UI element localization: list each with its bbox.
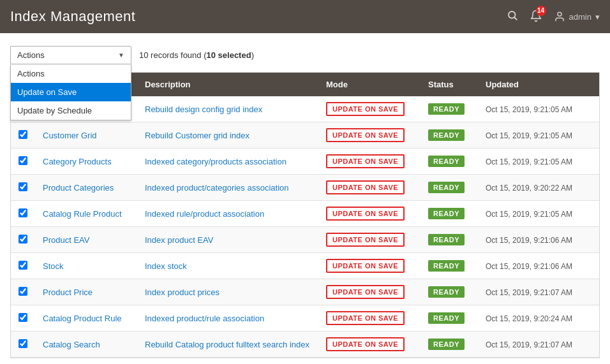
- header-right: 14 admin ▾: [507, 10, 600, 24]
- updated-time-7: Oct 15, 2019, 9:21:07 AM: [486, 288, 572, 297]
- row-check-cell: [11, 279, 35, 305]
- toolbar: Actions ▼ Actions Update on Save Update …: [10, 46, 600, 64]
- col-header-status: Status: [420, 73, 478, 96]
- indexer-link-8[interactable]: Catalog Product Rule: [43, 314, 122, 323]
- table-row: Product EAV Index product EAV UPDATE ON …: [11, 227, 599, 253]
- row-description-7: Index product prices: [137, 279, 318, 305]
- status-badge-0: READY: [428, 103, 465, 115]
- table-row: Catalog Product Rule Indexed product/rul…: [11, 305, 599, 331]
- row-checkbox-1[interactable]: [19, 130, 27, 139]
- row-indexer-5: Product EAV: [35, 227, 137, 253]
- row-indexer-4: Catalog Rule Product: [35, 201, 137, 227]
- row-mode-3: UPDATE ON SAVE: [318, 175, 420, 201]
- row-status-6: READY: [420, 253, 478, 279]
- admin-user-menu[interactable]: admin ▾: [554, 11, 600, 22]
- mode-badge-4: UPDATE ON SAVE: [326, 207, 405, 221]
- row-mode-8: UPDATE ON SAVE: [318, 305, 420, 331]
- table-row: Catalog Rule Product Indexed rule/produc…: [11, 201, 599, 227]
- search-icon[interactable]: [507, 10, 518, 24]
- indexer-link-3[interactable]: Product Categories: [43, 183, 114, 193]
- row-description-6: Index stock: [137, 253, 318, 279]
- dropdown-item-update-on-save[interactable]: Update on Save: [11, 83, 131, 101]
- actions-dropdown-menu: Actions Update on Save Update by Schedul…: [10, 64, 131, 120]
- mode-badge-8: UPDATE ON SAVE: [326, 311, 405, 325]
- actions-button-label: Actions: [17, 50, 45, 60]
- updated-time-1: Oct 15, 2019, 9:21:05 AM: [486, 131, 572, 140]
- row-check-cell: [11, 149, 35, 175]
- row-mode-1: UPDATE ON SAVE: [318, 122, 420, 149]
- mode-badge-0: UPDATE ON SAVE: [326, 102, 405, 116]
- records-info: 10 records found (10 selected): [139, 50, 254, 60]
- indexer-link-4[interactable]: Catalog Rule Product: [43, 209, 122, 219]
- row-checkbox-2[interactable]: [19, 156, 27, 165]
- updated-time-6: Oct 15, 2019, 9:21:06 AM: [486, 262, 572, 271]
- updated-time-4: Oct 15, 2019, 9:21:05 AM: [486, 210, 572, 219]
- row-checkbox-8[interactable]: [19, 313, 27, 322]
- table-row: Product Price Index product prices UPDAT…: [11, 279, 599, 305]
- mode-badge-6: UPDATE ON SAVE: [326, 259, 405, 273]
- row-description-0: Rebuild design config grid index: [137, 96, 318, 122]
- row-checkbox-9[interactable]: [19, 339, 27, 348]
- row-check-cell: [11, 305, 35, 331]
- description-text-3: Indexed product/categories association: [145, 183, 288, 193]
- row-checkbox-7[interactable]: [19, 287, 27, 296]
- table-row: Stock Index stock UPDATE ON SAVE READY O…: [11, 253, 599, 279]
- row-check-cell: [11, 201, 35, 227]
- notification-bell[interactable]: 14: [530, 10, 542, 24]
- row-status-9: READY: [420, 331, 478, 358]
- indexer-link-6[interactable]: Stock: [43, 261, 64, 271]
- description-text-7: Index product prices: [145, 288, 219, 297]
- actions-dropdown-button[interactable]: Actions ▼: [10, 46, 131, 64]
- row-checkbox-3[interactable]: [19, 182, 27, 191]
- row-description-5: Index product EAV: [137, 227, 318, 253]
- updated-time-2: Oct 15, 2019, 9:21:05 AM: [486, 157, 572, 166]
- row-status-0: READY: [420, 96, 478, 122]
- status-badge-9: READY: [428, 339, 465, 350]
- row-mode-9: UPDATE ON SAVE: [318, 331, 420, 358]
- description-text-0: Rebuild design config grid index: [145, 105, 262, 114]
- indexer-link-1[interactable]: Customer Grid: [43, 131, 97, 140]
- row-checkbox-4[interactable]: [19, 208, 27, 217]
- row-checkbox-5[interactable]: [19, 235, 27, 244]
- description-text-5: Index product EAV: [145, 235, 213, 245]
- row-indexer-2: Category Products: [35, 149, 137, 175]
- indexer-link-7[interactable]: Product Price: [43, 288, 93, 297]
- row-mode-7: UPDATE ON SAVE: [318, 279, 420, 305]
- mode-badge-1: UPDATE ON SAVE: [326, 128, 405, 142]
- col-header-description: Description: [137, 73, 318, 96]
- row-updated-7: Oct 15, 2019, 9:21:07 AM: [478, 279, 599, 305]
- records-selected-count: 10 selected: [207, 50, 251, 60]
- description-text-1: Rebuild Customer grid index: [145, 131, 249, 140]
- status-badge-1: READY: [428, 129, 465, 141]
- status-badge-4: READY: [428, 208, 465, 219]
- row-check-cell: [11, 227, 35, 253]
- status-badge-5: READY: [428, 234, 465, 245]
- notification-count: 14: [536, 6, 546, 16]
- row-updated-1: Oct 15, 2019, 9:21:05 AM: [478, 122, 599, 149]
- page-title: Index Management: [10, 8, 135, 25]
- svg-line-1: [514, 17, 516, 19]
- table-row: Customer Grid Rebuild Customer grid inde…: [11, 122, 599, 149]
- status-badge-3: READY: [428, 182, 465, 193]
- indexer-link-5[interactable]: Product EAV: [43, 235, 89, 245]
- dropdown-item-actions[interactable]: Actions: [11, 64, 131, 83]
- row-updated-9: Oct 15, 2019, 9:21:07 AM: [478, 331, 599, 358]
- row-checkbox-6[interactable]: [19, 261, 27, 270]
- indexer-link-9[interactable]: Catalog Search: [43, 340, 100, 349]
- row-status-3: READY: [420, 175, 478, 201]
- row-mode-2: UPDATE ON SAVE: [318, 149, 420, 175]
- description-text-2: Indexed category/products association: [145, 157, 286, 166]
- row-updated-0: Oct 15, 2019, 9:21:05 AM: [478, 96, 599, 122]
- row-updated-4: Oct 15, 2019, 9:21:05 AM: [478, 201, 599, 227]
- row-check-cell: [11, 253, 35, 279]
- dropdown-item-update-by-schedule[interactable]: Update by Schedule: [11, 101, 131, 120]
- indexer-link-2[interactable]: Category Products: [43, 157, 112, 166]
- row-indexer-6: Stock: [35, 253, 137, 279]
- row-status-1: READY: [420, 122, 478, 149]
- row-mode-6: UPDATE ON SAVE: [318, 253, 420, 279]
- updated-time-3: Oct 15, 2019, 9:20:22 AM: [486, 184, 572, 193]
- description-text-4: Indexed rule/product association: [145, 209, 264, 219]
- row-status-5: READY: [420, 227, 478, 253]
- row-check-cell: [11, 175, 35, 201]
- table-row: Catalog Search Rebuild Catalog product f…: [11, 331, 599, 358]
